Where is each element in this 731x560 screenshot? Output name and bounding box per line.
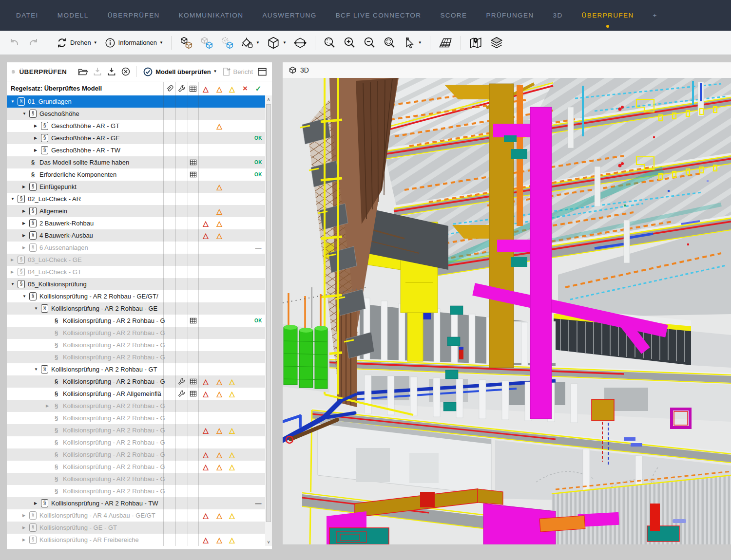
view-cube-button[interactable]: ▼ [264, 35, 289, 51]
collapse-arrow-icon[interactable]: ▼ [22, 294, 29, 299]
scrollbar-thumb[interactable] [266, 104, 271, 522]
map-button[interactable] [466, 35, 485, 51]
rule-row[interactable]: §Kollisionsprüfung - AR 2 Rohbau - GOK [7, 315, 272, 327]
rule-row[interactable]: §Kollisionsprüfung - AR Allgemeinflä△△△ [7, 388, 272, 400]
wrench-column-icon[interactable] [175, 83, 188, 94]
rule-row[interactable]: §Kollisionsprüfung - AR 2 Rohbau - G [7, 485, 272, 497]
3d-viewport[interactable] [283, 78, 731, 544]
menu-item-auswertung[interactable]: AUSWERTUNG [262, 12, 316, 19]
rule-row[interactable]: ▶§Allgemein△ [7, 205, 272, 217]
export-button[interactable] [107, 67, 116, 76]
expand-arrow-icon[interactable]: ▶ [22, 525, 29, 530]
rotate-button[interactable]: Drehen ▼ [53, 36, 100, 50]
section-box-button[interactable] [290, 35, 310, 51]
expand-arrow-icon[interactable]: ▶ [22, 209, 29, 213]
rule-row[interactable]: ▶§Kollisionsprüfung - GE - GT [7, 522, 272, 534]
rule-row[interactable]: ▶§Kollisionsprüfung - AR 2 Rohbau - TW— [7, 497, 272, 509]
collapse-arrow-icon[interactable]: ▼ [34, 367, 41, 372]
rule-row[interactable]: §Kollisionsprüfung - AR 2 Rohbau - G [7, 412, 272, 424]
menu-item-uberprufen[interactable]: ÜBERPRÜFEN [108, 12, 160, 19]
rule-row[interactable]: ▶§04_Lol-Check - GT [7, 266, 272, 278]
rule-row[interactable]: ▶§Geschoßhöhe - AR - GT△ [7, 120, 272, 132]
zoom-fit-button[interactable] [320, 35, 339, 51]
rule-row[interactable]: ▼§Geschoßhöhe [7, 108, 272, 120]
severity-orange-column-icon[interactable]: △ [213, 83, 225, 94]
rule-row[interactable]: ▶§03_Lol-Check - GE [7, 254, 272, 266]
rule-row[interactable]: §Das Modell sollte Räume habenOK [7, 156, 272, 168]
paint-lock-button[interactable]: ▼ [238, 35, 263, 51]
menu-item-modell[interactable]: MODELL [58, 12, 89, 19]
collapse-arrow-icon[interactable]: ▼ [11, 99, 18, 104]
expand-arrow-icon[interactable]: ▶ [22, 513, 29, 518]
expand-arrow-icon[interactable]: ▶ [22, 538, 29, 542]
expand-arrow-icon[interactable]: ▶ [11, 270, 18, 274]
check-model-button[interactable]: Modell überprüfen ▼ [143, 67, 217, 77]
rule-row[interactable]: §Erforderliche KomponentenOK [7, 168, 272, 181]
rule-row[interactable]: ▶§Geschoßhöhe - AR - GEOK [7, 132, 272, 144]
expand-arrow-icon[interactable]: ▶ [34, 148, 41, 152]
rejected-column-icon[interactable]: × [239, 83, 251, 94]
expand-arrow-icon[interactable]: ▶ [22, 185, 29, 189]
rule-row[interactable]: ▶§Kollisionsprüfung - AR 4 Ausbau - GE/G… [7, 509, 272, 522]
zoom-out-button[interactable] [360, 35, 379, 51]
expand-arrow-icon[interactable]: ▶ [34, 501, 41, 505]
expand-arrow-icon[interactable]: ▶ [22, 221, 29, 225]
expand-arrow-icon[interactable]: ▶ [11, 258, 18, 262]
table-column-icon[interactable] [188, 83, 198, 94]
scroll-down-icon[interactable]: ∨ [265, 538, 272, 546]
rule-row[interactable]: §Kollisionsprüfung - AR 2 Rohbau - G [7, 327, 272, 339]
show-selection-button[interactable] [217, 35, 237, 51]
layers-button[interactable] [486, 35, 507, 51]
rule-row[interactable]: §Kollisionsprüfung - AR 2 Rohbau - G [7, 473, 272, 485]
severity-yellow-column-icon[interactable]: △ [226, 83, 238, 94]
zoom-window-button[interactable] [380, 35, 399, 51]
rule-row[interactable]: §Kollisionsprüfung - AR 2 Rohbau - G△△△ [7, 448, 272, 461]
expand-arrow-icon[interactable]: ▶ [22, 245, 29, 250]
expand-arrow-icon[interactable]: ▶ [46, 404, 53, 408]
expand-arrow-icon[interactable]: ▶ [22, 233, 29, 238]
rule-row[interactable]: ▶§Einfügepunkt△ [7, 181, 272, 193]
accepted-column-icon[interactable]: ✓ [252, 83, 264, 94]
floor-plan-button[interactable] [435, 35, 456, 51]
open-ruleset-button[interactable] [77, 67, 88, 76]
rule-row[interactable]: ▶§4 Bauwerk-Ausbau△△ [7, 229, 272, 242]
rule-row[interactable]: ▶§6 Aussenanlagen— [7, 242, 272, 254]
rule-row[interactable]: §Kollisionsprüfung - AR 2 Rohbau - G [7, 339, 272, 351]
expand-arrow-icon[interactable]: ▶ [34, 124, 41, 128]
redo-button[interactable] [24, 35, 43, 51]
rule-row[interactable]: ▼§05_Kollisionsprüfung [7, 278, 272, 290]
rule-row[interactable]: ▼§01_Grundlagen [7, 95, 272, 108]
rule-row[interactable]: ▶§Kollisionsprüfung - AR 2 Rohbau - G [7, 400, 272, 412]
show-components-button[interactable] [197, 35, 216, 51]
import-button[interactable] [93, 67, 102, 76]
rule-row[interactable]: ▼§Kollisionsprüfung - AR 2 Rohbau - GE [7, 302, 272, 315]
menu-item-bcf-live-connector[interactable]: BCF LIVE CONNECTOR [336, 12, 422, 19]
attachment-column-icon[interactable] [163, 83, 175, 94]
rule-row[interactable]: ▶§2 Bauwerk-Rohbau△△ [7, 217, 272, 229]
show-model-button[interactable] [176, 35, 196, 51]
rule-row[interactable]: §Kollisionsprüfung - AR 2 Rohbau - G [7, 351, 272, 363]
menu-item-kommunikation[interactable]: KOMMUNIKATION [179, 12, 244, 19]
close-ruleset-button[interactable] [121, 67, 131, 76]
menu-item-score[interactable]: SCORE [440, 12, 467, 19]
rule-row[interactable]: ▼§Kollisionsprüfung - AR 2 Rohbau - GE/G… [7, 290, 272, 302]
rule-row[interactable]: §Kollisionsprüfung - AR 2 Rohbau - G [7, 436, 272, 448]
collapse-arrow-icon[interactable]: ▼ [22, 112, 29, 116]
menu-item-3d[interactable]: 3D [553, 12, 563, 19]
menu-item-add-tab[interactable]: + [653, 12, 657, 19]
collapse-arrow-icon[interactable]: ▼ [34, 306, 41, 311]
menu-item-prufungen[interactable]: PRÜFUNGEN [486, 12, 534, 19]
collapse-arrow-icon[interactable]: ▼ [11, 282, 18, 286]
panel-layout-button[interactable] [257, 67, 267, 76]
rule-row[interactable]: ▶§Kollisionsprüfung - AR Freibereiche△△△ [7, 534, 272, 546]
collapse-arrow-icon[interactable]: ▼ [11, 197, 18, 201]
rule-row[interactable]: §Kollisionsprüfung - AR 2 Rohbau - G△△△ [7, 461, 272, 473]
rule-row[interactable]: §Kollisionsprüfung - AR 2 Rohbau - G△△△ [7, 375, 272, 388]
menu-item-datei[interactable]: DATEI [16, 12, 38, 19]
select-tool-button[interactable]: ▼ [400, 35, 425, 51]
undo-button[interactable] [5, 35, 23, 51]
expand-arrow-icon[interactable]: ▶ [34, 136, 41, 140]
zoom-in-button[interactable] [340, 35, 359, 51]
severity-red-column-icon[interactable]: △ [200, 83, 212, 94]
rules-scrollbar[interactable]: ∧∨ [265, 95, 272, 546]
